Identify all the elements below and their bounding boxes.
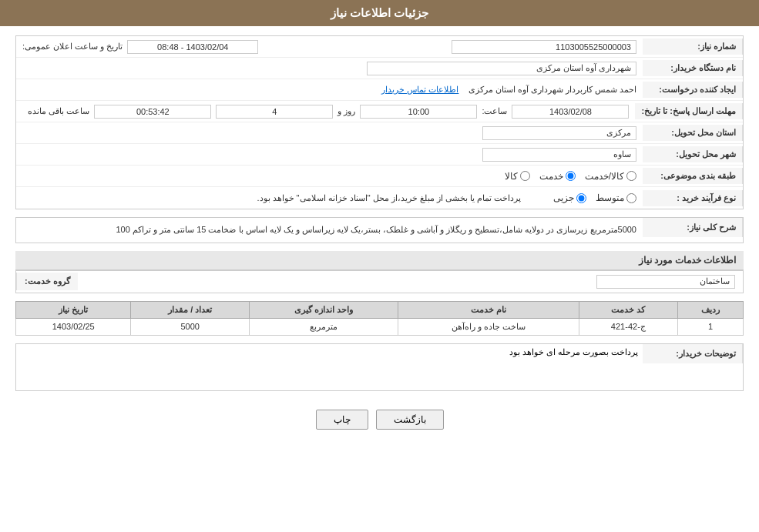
- group-row: گروه خدمت:: [15, 270, 744, 293]
- deadline-time-label: ساعت:: [482, 106, 507, 116]
- category-khedmat-label: خدمت: [539, 171, 563, 182]
- deadline-time-input[interactable]: [360, 105, 477, 119]
- col-code: کد خدمت: [579, 301, 677, 318]
- deadline-remaining-label: ساعت باقی مانده: [28, 106, 89, 116]
- creator-value: احمد شمس کاربردار شهرداری آوه استان مرکز…: [16, 82, 643, 97]
- description-label: شرح کلی نیاز:: [643, 218, 743, 237]
- category-khedmat-radio[interactable]: [566, 171, 576, 181]
- process-mottavaset-radio[interactable]: [626, 193, 636, 203]
- buttons-row: بازگشت چاپ: [15, 402, 744, 440]
- requester-org-row: نام دستگاه خریدار:: [16, 58, 743, 79]
- process-notice-text: پرداخت تمام یا بخشی از مبلغ خرید،از محل …: [257, 193, 521, 202]
- col-row: ردیف: [678, 301, 744, 318]
- city-value: [16, 146, 643, 164]
- creator-label: ایجاد کننده درخواست:: [643, 82, 743, 98]
- notes-row: توضیحات خریدار: پرداخت بصورت مرحله ای خو…: [16, 344, 743, 390]
- province-row: استان محل تحویل:: [16, 122, 743, 144]
- category-kala: کالا: [505, 171, 530, 182]
- process-jozvi-label: جزیی: [553, 192, 574, 203]
- need-number-row: شماره نیاز: تاریخ و ساعت اعلان عمومی:: [16, 36, 743, 58]
- need-number-label: شماره نیاز:: [643, 38, 743, 55]
- group-value: [78, 271, 743, 293]
- category-kala-radio[interactable]: [520, 171, 530, 181]
- process-mottavaset: متوسط: [596, 192, 636, 203]
- table-row: 1 ج-42-421 ساخت جاده و راه‌آهن مترمربع 5…: [16, 318, 744, 335]
- requester-org-input[interactable]: [367, 62, 636, 75]
- page-title: جزئیات اطلاعات نیاز: [0, 0, 759, 26]
- deadline-days-input[interactable]: [216, 105, 333, 119]
- cell-count: 5000: [131, 318, 250, 335]
- col-count: تعداد / مقدار: [131, 301, 250, 318]
- province-value: [16, 124, 643, 142]
- process-row: نوع فرآیند خرید : متوسط جزیی پرداخت تمام…: [16, 187, 743, 209]
- page-wrapper: جزئیات اطلاعات نیاز شماره نیاز: تاریخ و …: [0, 0, 759, 532]
- province-input[interactable]: [482, 126, 636, 140]
- description-box: شرح کلی نیاز: 5000مترمربع زیرسازی در دول…: [15, 217, 744, 243]
- notes-textarea[interactable]: پرداخت بصورت مرحله ای خواهد بود: [16, 344, 643, 390]
- back-button[interactable]: بازگشت: [376, 410, 444, 430]
- need-number-input[interactable]: [452, 40, 636, 54]
- process-radio-group: متوسط جزیی: [527, 190, 643, 206]
- notes-label: توضیحات خریدار:: [643, 344, 743, 363]
- requester-org-label: نام دستگاه خریدار:: [643, 60, 743, 76]
- process-mottavaset-label: متوسط: [596, 192, 624, 203]
- category-kala-label: کالا: [505, 171, 518, 182]
- announce-date-group: تاریخ و ساعت اعلان عمومی:: [16, 38, 330, 56]
- header-title: جزئیات اطلاعات نیاز: [331, 6, 428, 19]
- city-row: شهر محل تحویل:: [16, 144, 743, 166]
- group-input[interactable]: [596, 275, 735, 289]
- process-label: نوع فرآیند خرید :: [643, 190, 743, 206]
- category-row: طبقه بندی موضوعی: کالا/خدمت خدمت کالا: [16, 166, 743, 187]
- cell-unit: مترمربع: [250, 318, 398, 335]
- province-label: استان محل تحویل:: [643, 125, 743, 141]
- description-content: 5000مترمربع زیرسازی در دولایه شامل،تسطیح…: [16, 218, 643, 243]
- services-section: ردیف کد خدمت نام خدمت واحد اندازه گیری ت…: [15, 301, 744, 336]
- need-number-value: [330, 38, 643, 56]
- services-table: ردیف کد خدمت نام خدمت واحد اندازه گیری ت…: [15, 301, 744, 336]
- creator-contact-link[interactable]: اطلاعات تماس خریدار: [381, 85, 458, 94]
- process-jozvi-radio[interactable]: [576, 193, 586, 203]
- city-input[interactable]: [482, 148, 636, 162]
- col-unit: واحد اندازه گیری: [250, 301, 398, 318]
- deadline-group: ساعت: روز و ساعت باقی مانده: [16, 102, 635, 121]
- deadline-date-input[interactable]: [512, 105, 629, 119]
- requester-org-value: [16, 59, 643, 78]
- process-notice: پرداخت تمام یا بخشی از مبلغ خرید،از محل …: [16, 191, 527, 206]
- cell-name: ساخت جاده و راه‌آهن: [398, 318, 579, 335]
- print-button[interactable]: چاپ: [316, 410, 368, 430]
- form-section-top: شماره نیاز: تاریخ و ساعت اعلان عمومی: نا…: [15, 35, 744, 209]
- notes-section: توضیحات خریدار: پرداخت بصورت مرحله ای خو…: [15, 343, 744, 391]
- category-kala-khedmat: کالا/خدمت: [585, 171, 636, 182]
- services-section-title: اطلاعات خدمات مورد نیاز: [15, 251, 744, 270]
- city-label: شهر محل تحویل:: [643, 146, 743, 162]
- group-label: گروه خدمت:: [16, 273, 78, 290]
- deadline-remaining-input[interactable]: [94, 105, 211, 119]
- description-row: شرح کلی نیاز: 5000مترمربع زیرسازی در دول…: [16, 218, 743, 243]
- col-date: تاریخ نیاز: [16, 301, 131, 318]
- process-jozvi: جزیی: [553, 192, 586, 203]
- category-label: طبقه بندی موضوعی:: [643, 168, 743, 184]
- category-radio-group: کالا/خدمت خدمت کالا: [16, 169, 643, 184]
- category-khedmat: خدمت: [539, 171, 576, 182]
- category-kala-khedmat-radio[interactable]: [626, 171, 636, 181]
- cell-code: ج-42-421: [579, 318, 677, 335]
- col-name: نام خدمت: [398, 301, 579, 318]
- deadline-days-label: روز و: [338, 106, 355, 116]
- announce-date-label: تاریخ و ساعت اعلان عمومی:: [22, 42, 123, 52]
- category-kala-khedmat-label: کالا/خدمت: [585, 171, 624, 182]
- deadline-label: مهلت ارسال پاسخ: تا تاریخ:: [635, 103, 743, 119]
- cell-row: 1: [678, 318, 744, 335]
- announce-date-input[interactable]: [127, 40, 258, 54]
- creator-text: احمد شمس کاربردار شهرداری آوه استان مرکز…: [468, 85, 636, 94]
- creator-row: ایجاد کننده درخواست: احمد شمس کاربردار ش…: [16, 79, 743, 101]
- cell-date: 1403/02/25: [16, 318, 131, 335]
- deadline-row: مهلت ارسال پاسخ: تا تاریخ: ساعت: روز و س…: [16, 101, 743, 122]
- main-content: شماره نیاز: تاریخ و ساعت اعلان عمومی: نا…: [0, 26, 759, 450]
